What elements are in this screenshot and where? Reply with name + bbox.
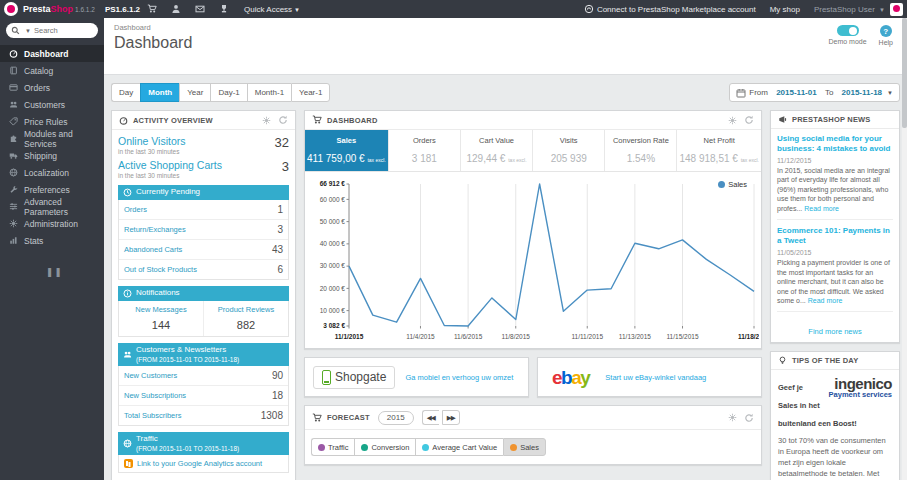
news-list: Using social media for your business: 4 … (771, 129, 899, 323)
avatar[interactable] (890, 3, 903, 16)
sidebar-item-administration[interactable]: Administration (0, 215, 104, 232)
trophy-icon[interactable] (212, 0, 236, 18)
google-analytics-link[interactable]: Link to your Google Analytics account (118, 455, 289, 473)
gear-icon[interactable] (726, 116, 739, 125)
pending-row-orders[interactable]: Orders1 (119, 200, 288, 220)
ebay-banner[interactable]: ebay Start uw eBay-winkel vandaag (537, 357, 762, 397)
sidebar-item-customers[interactable]: Customers (0, 96, 104, 113)
sidebar: ▼ DashboardCatalogOrdersCustomersPrice R… (0, 18, 104, 480)
page-title: Dashboard (114, 34, 895, 52)
forecast-year[interactable]: 2015 (378, 411, 414, 425)
range-button-month-1[interactable]: Month-1 (247, 83, 291, 102)
customers-row-new-subscriptions[interactable]: New Subscriptions18 (119, 386, 288, 406)
scrollbar[interactable] (902, 18, 907, 480)
forecast-next-button[interactable]: ▶▶ (442, 410, 460, 425)
news-icon (776, 115, 789, 124)
cart-icon[interactable] (140, 0, 164, 18)
online-visitors[interactable]: Online Visitors in the last 30 minutes 3… (118, 135, 289, 155)
svg-text:11/6/2015: 11/6/2015 (454, 333, 483, 340)
range-button-month[interactable]: Month (140, 83, 179, 102)
scrollbar-thumb[interactable] (902, 18, 907, 128)
notification-product-reviews[interactable]: Product Reviews882 (203, 301, 288, 336)
metric-tab-orders[interactable]: Orders3 181 (389, 130, 461, 171)
currently-pending-list: Orders1Return/Exchanges3Abandoned Carts4… (118, 200, 289, 280)
sidebar-item-stats[interactable]: Stats (0, 232, 104, 249)
book-icon (9, 66, 18, 75)
tag-icon (9, 117, 18, 126)
sidebar-item-shipping[interactable]: Shipping (0, 147, 104, 164)
sidebar-item-localization[interactable]: Localization (0, 164, 104, 181)
customers-row-total-subscribers[interactable]: Total Subscribers1308 (119, 406, 288, 425)
dashboard-panel-title: DASHBOARD (327, 116, 378, 125)
refresh-icon[interactable] (276, 115, 290, 125)
help-control: ? Help (879, 25, 893, 46)
gear-icon[interactable] (726, 413, 739, 422)
range-button-day-1[interactable]: Day-1 (210, 83, 246, 102)
range-button-day[interactable]: Day (111, 83, 140, 102)
collapse-menu-button[interactable]: ❚❚ (46, 267, 58, 277)
my-shop-link[interactable]: My shop (770, 5, 800, 14)
forecast-prev-button[interactable]: ◀◀ (422, 410, 439, 425)
read-more-link[interactable]: Read more (804, 205, 839, 212)
news-article: Ecommerce 101: Payments in a Tweet11/05/… (777, 226, 893, 312)
metric-tab-visits[interactable]: Visits205 939 (533, 130, 605, 171)
ebay-link[interactable]: Start uw eBay-winkel vandaag (605, 373, 706, 382)
shopgate-link[interactable]: Ga mobiel en verhoog uw omzet (405, 373, 513, 382)
refresh-icon[interactable] (742, 115, 756, 125)
svg-text:11/8/2015: 11/8/2015 (502, 333, 531, 340)
shopgate-banner[interactable]: Shopgate Ga mobiel en verhoog uw omzet (304, 357, 529, 397)
sidebar-item-preferences[interactable]: Preferences (0, 181, 104, 198)
sidebar-search[interactable]: ▼ (6, 23, 98, 38)
quick-access-menu[interactable]: Quick Access▼ (244, 5, 300, 14)
sidebar-item-modules-and-services[interactable]: Modules and Services (0, 130, 104, 147)
notification-new-messages[interactable]: New Messages144 (119, 301, 203, 336)
metric-tab-conversion-rate[interactable]: Conversion Rate1.54% (605, 130, 677, 171)
forecast-toggle-conversion[interactable]: Conversion (354, 438, 415, 456)
sidebar-item-orders[interactable]: Orders (0, 79, 104, 96)
forecast-toggle-sales[interactable]: Sales (503, 438, 546, 456)
range-button-group: DayMonthYearDay-1Month-1Year-1 (111, 83, 330, 102)
messages-icon[interactable] (188, 0, 212, 18)
refresh-icon[interactable] (742, 413, 756, 423)
find-more-news-link[interactable]: Find more news (771, 323, 899, 342)
gauge-icon (9, 49, 18, 58)
pending-row-out-of-stock-products[interactable]: Out of Stock Products6 (119, 260, 288, 279)
search-input[interactable] (34, 26, 92, 35)
svg-text:40 000 €: 40 000 € (320, 240, 346, 247)
news-article-excerpt: In 2015, social media are an integral pa… (777, 166, 893, 213)
shop-name[interactable]: PS1.6.1.2 (105, 5, 140, 14)
topbar: PrestaShop 1.6.1.2 PS1.6.1.2 Quick Acces… (0, 0, 907, 18)
chevron-down-icon: ▼ (879, 7, 885, 13)
range-button-year-1[interactable]: Year-1 (291, 83, 330, 102)
news-article-title[interactable]: Ecommerce 101: Payments in a Tweet (777, 226, 893, 246)
sidebar-item-catalog[interactable]: Catalog (0, 62, 104, 79)
gear-icon[interactable] (260, 116, 273, 125)
news-article-title[interactable]: Using social media for your business: 4 … (777, 134, 893, 154)
sidebar-item-dashboard[interactable]: Dashboard (0, 45, 104, 62)
user-menu[interactable]: PrestaShop User ▼ (814, 5, 885, 14)
forecast-toggle-average-cart-value[interactable]: Average Cart Value (415, 438, 503, 456)
search-scope-caret-icon[interactable]: ▼ (25, 28, 31, 34)
sidebar-item-advanced-parameters[interactable]: Advanced Parameters (0, 198, 104, 215)
metric-tab-sales[interactable]: Sales411 759,00 € tax excl. (305, 130, 389, 171)
customers-row-new-customers[interactable]: New Customers90 (119, 366, 288, 386)
forecast-toggle-traffic[interactable]: Traffic (311, 438, 354, 456)
pending-row-abandoned-carts[interactable]: Abandoned Carts43 (119, 240, 288, 260)
customer-icon[interactable] (164, 0, 188, 18)
gear-icon (9, 219, 18, 228)
metric-tab-cart-value[interactable]: Cart Value129,44 € tax excl. (461, 130, 533, 171)
svg-text:11/15/2015: 11/15/2015 (666, 333, 698, 340)
help-icon[interactable]: ? (880, 25, 892, 37)
range-button-year[interactable]: Year (179, 83, 210, 102)
sidebar-item-price-rules[interactable]: Price Rules (0, 113, 104, 130)
date-range-button[interactable]: From 2015-11-01 To 2015-11-18 ▼ (729, 83, 900, 102)
active-shopping-carts[interactable]: Active Shopping Carts in the last 30 min… (118, 159, 289, 179)
svg-text:11/11/2015: 11/11/2015 (571, 333, 603, 340)
pending-row-return-exchanges[interactable]: Return/Exchanges3 (119, 220, 288, 240)
marketplace-link[interactable]: Connect to PrestaShop Marketplace accoun… (584, 4, 756, 14)
demo-mode-control: Demo mode (828, 25, 866, 46)
demo-mode-toggle[interactable] (837, 25, 859, 36)
metric-tab-net-profit[interactable]: Net Profit148 918,51 € tax excl. (677, 130, 761, 171)
read-more-link[interactable]: Read more (808, 297, 843, 304)
google-analytics-icon (124, 459, 133, 468)
